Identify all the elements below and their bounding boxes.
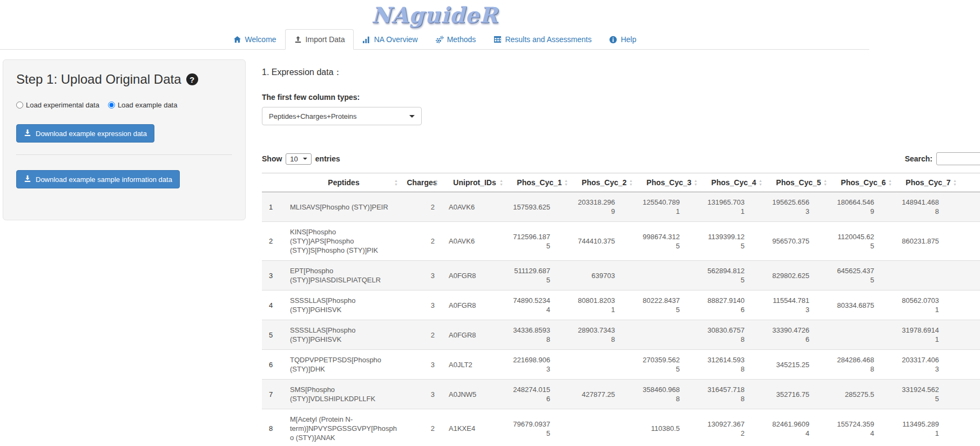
row-index-header bbox=[262, 173, 286, 192]
value-cell: 1120045.625 bbox=[831, 222, 896, 261]
column-header-uniprot-ids[interactable]: Uniprot_IDs▲▼ bbox=[442, 173, 507, 192]
tab-label: Help bbox=[621, 35, 637, 44]
radio-load-example[interactable]: Load example data bbox=[108, 101, 178, 109]
radio-experimental-input[interactable] bbox=[16, 102, 23, 109]
uniprot-cell: A1KXE4 bbox=[442, 409, 507, 446]
tab-results-assessments[interactable]: Results and Assessments bbox=[484, 29, 600, 50]
upload-icon bbox=[294, 36, 302, 44]
value-cell: 639703 bbox=[572, 261, 637, 290]
value-cell: 110380.5 bbox=[637, 409, 701, 446]
filler-cell bbox=[961, 380, 980, 409]
column-header-label: Phos_Cyc_6 bbox=[841, 178, 886, 187]
table-row: 3EPT[Phospho (STY)]PSIASDISLPIATQELR3A0F… bbox=[262, 261, 980, 290]
sort-icon[interactable]: ▲▼ bbox=[499, 179, 503, 186]
download-icon bbox=[24, 175, 31, 184]
sort-icon[interactable]: ▲▼ bbox=[759, 179, 762, 186]
filler-cell bbox=[961, 320, 980, 350]
radio-load-experimental[interactable]: Load experimental data bbox=[16, 101, 99, 109]
gears-icon bbox=[435, 36, 444, 44]
value-cell bbox=[572, 350, 637, 380]
tab-label: Methods bbox=[447, 35, 476, 44]
column-header-phos-cyc-5[interactable]: Phos_Cyc_5▲▼ bbox=[766, 173, 831, 192]
filler-cell bbox=[961, 192, 980, 222]
column-header-phos-cyc-1[interactable]: Phos_Cyc_1▲▼ bbox=[507, 173, 572, 192]
value-cell: 352716.75 bbox=[766, 380, 831, 409]
bar-chart-icon bbox=[362, 36, 371, 44]
sidebar: Step 1: Upload Original Data ? Load expe… bbox=[3, 59, 246, 220]
peptide-cell: SMS[Phospho (STY)]VDLSHIPLKDPLLFK bbox=[286, 380, 402, 409]
question-icon[interactable]: ? bbox=[186, 73, 198, 85]
value-cell: 270359.5625 bbox=[637, 350, 701, 380]
page-length-control: Show 10 entries bbox=[262, 153, 340, 165]
table-row: 7SMS[Phospho (STY)]VDLSHIPLKDPLLFK3A0JNW… bbox=[262, 380, 980, 409]
search-label: Search: bbox=[905, 154, 932, 163]
column-header-phos-cyc-6[interactable]: Phos_Cyc_6▲▼ bbox=[831, 173, 896, 192]
page-content: Step 1: Upload Original Data ? Load expe… bbox=[0, 50, 980, 446]
row-index: 7 bbox=[262, 380, 286, 409]
column-header-label: Phos_Cyc_1 bbox=[517, 178, 562, 187]
tab-help[interactable]: Help bbox=[600, 29, 645, 50]
value-cell bbox=[896, 261, 961, 290]
filler-cell bbox=[961, 261, 980, 290]
value-cell: 744410.375 bbox=[572, 222, 637, 261]
radio-example-input[interactable] bbox=[108, 102, 115, 109]
column-header-phos-cyc-3[interactable]: Phos_Cyc_3▲▼ bbox=[637, 173, 701, 192]
download-expression-button[interactable]: Download example expression data bbox=[16, 124, 154, 143]
table-row: 2KINS[Phospho (STY)]APS[Phospho (STY)]S[… bbox=[262, 222, 980, 261]
nav-tabs: Welcome Import Data NA Overview bbox=[0, 29, 869, 50]
charge-cell: 2 bbox=[402, 192, 442, 222]
column-types-select[interactable]: Peptides+Charges+Proteins bbox=[262, 107, 422, 125]
sort-icon[interactable]: ▲▼ bbox=[435, 179, 438, 186]
value-cell bbox=[637, 320, 701, 350]
value-cell: 358460.9688 bbox=[637, 380, 701, 409]
tab-na-overview[interactable]: NA Overview bbox=[354, 29, 427, 50]
table-row: 1MLISAVS[Phospho (STY)]PEIR2A0AVK6157593… bbox=[262, 192, 980, 222]
column-header-phos-cyc-4[interactable]: Phos_Cyc_4▲▼ bbox=[701, 173, 766, 192]
column-header-label: Phos_Cyc_7 bbox=[905, 178, 950, 187]
value-cell: 195625.6563 bbox=[766, 192, 831, 222]
value-cell bbox=[831, 320, 896, 350]
sort-icon[interactable]: ▲▼ bbox=[888, 179, 892, 186]
sort-icon[interactable]: ▲▼ bbox=[823, 179, 827, 186]
upload-panel: Step 1: Upload Original Data ? Load expe… bbox=[3, 59, 246, 220]
value-cell: 113495.2891 bbox=[896, 409, 961, 446]
button-label: Download example expression data bbox=[36, 130, 147, 138]
chevron-down-icon bbox=[409, 115, 415, 118]
table-row: 5SSSSLLAS[Phospho (STY)]PGHISVK2A0FGR834… bbox=[262, 320, 980, 350]
value-cell: 79679.09375 bbox=[507, 409, 572, 446]
value-cell: 80801.82031 bbox=[572, 290, 637, 320]
value-cell: 33390.47266 bbox=[766, 320, 831, 350]
search-input[interactable] bbox=[936, 152, 980, 165]
sort-icon[interactable]: ▲▼ bbox=[629, 179, 633, 186]
column-header-label: Uniprot_IDs bbox=[453, 178, 496, 187]
tab-label: NA Overview bbox=[374, 35, 418, 44]
data-source-radios: Load experimental data Load example data bbox=[16, 101, 232, 109]
value-cell: 180664.5469 bbox=[831, 192, 896, 222]
charge-cell: 2 bbox=[402, 320, 442, 350]
value-cell: 316457.7188 bbox=[701, 380, 766, 409]
value-cell: 80222.84375 bbox=[637, 290, 701, 320]
tab-import-data[interactable]: Import Data bbox=[285, 29, 354, 50]
page-length-select[interactable]: 10 bbox=[286, 153, 311, 165]
column-header-peptides[interactable]: Peptides▲▼ bbox=[286, 173, 402, 192]
download-sample-info-button[interactable]: Download example sample information data bbox=[16, 170, 180, 188]
expression-data-table: Peptides▲▼Charges▲▼Uniprot_IDs▲▼Phos_Cyc… bbox=[262, 173, 980, 446]
show-label: Show bbox=[262, 154, 282, 163]
sort-icon[interactable]: ▲▼ bbox=[394, 179, 398, 186]
column-header-label: Phos_Cyc_2 bbox=[582, 178, 626, 187]
value-cell: 203318.2969 bbox=[572, 192, 637, 222]
sort-icon[interactable]: ▲▼ bbox=[694, 179, 698, 186]
tab-methods[interactable]: Methods bbox=[427, 29, 485, 50]
sort-icon[interactable]: ▲▼ bbox=[953, 179, 957, 186]
column-header-phos-cyc-7[interactable]: Phos_Cyc_7▲▼ bbox=[896, 173, 961, 192]
uniprot-cell: A0JLT2 bbox=[442, 350, 507, 380]
peptide-cell: SSSSLLAS[Phospho (STY)]PGHISVK bbox=[286, 290, 402, 320]
column-header-charges[interactable]: Charges▲▼ bbox=[402, 173, 442, 192]
value-cell: 998674.3125 bbox=[637, 222, 701, 261]
peptide-cell: EPT[Phospho (STY)]PSIASDISLPIATQELR bbox=[286, 261, 402, 290]
tab-welcome[interactable]: Welcome bbox=[225, 29, 285, 50]
value-cell: 956570.375 bbox=[766, 222, 831, 261]
sort-icon[interactable]: ▲▼ bbox=[564, 179, 568, 186]
column-header-label: Phos_Cyc_4 bbox=[711, 178, 756, 187]
column-header-phos-cyc-2[interactable]: Phos_Cyc_2▲▼ bbox=[572, 173, 637, 192]
